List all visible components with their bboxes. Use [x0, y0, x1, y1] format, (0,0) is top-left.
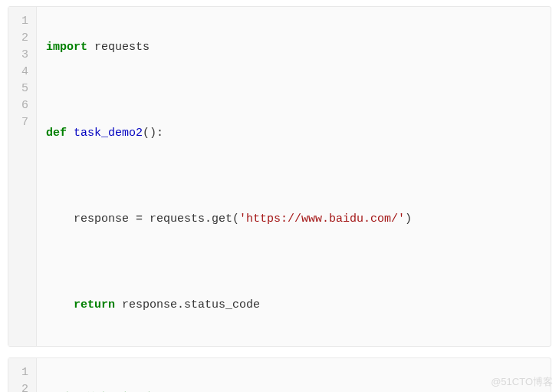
code-body: import requests def task_demo2(): respon… — [37, 7, 551, 346]
kw-import: import — [46, 41, 87, 54]
return-expr: response.status_code — [115, 298, 260, 311]
code-body: # 常规单线程串行执行 for i in tqdm(range(100)): t… — [37, 358, 551, 392]
func-name: task_demo2 — [74, 127, 143, 140]
gutter: 123 — [8, 358, 37, 392]
url-string: 'https://www.baidu.com/' — [239, 212, 405, 226]
module-name: requests — [94, 41, 150, 54]
code-block-2: 123 # 常规单线程串行执行 for i in tqdm(range(100)… — [8, 357, 551, 392]
watermark: @51CTO博客 — [491, 375, 553, 389]
gutter: 1234567 — [8, 7, 37, 346]
assign: = requests.get( — [129, 212, 239, 226]
code-block-1: 1234567 import requests def task_demo2()… — [8, 6, 551, 347]
kw-return: return — [74, 298, 115, 311]
paren: (): — [143, 127, 163, 140]
paren-close: ) — [405, 212, 412, 226]
var-response: response — [74, 212, 129, 226]
kw-def: def — [46, 127, 67, 140]
